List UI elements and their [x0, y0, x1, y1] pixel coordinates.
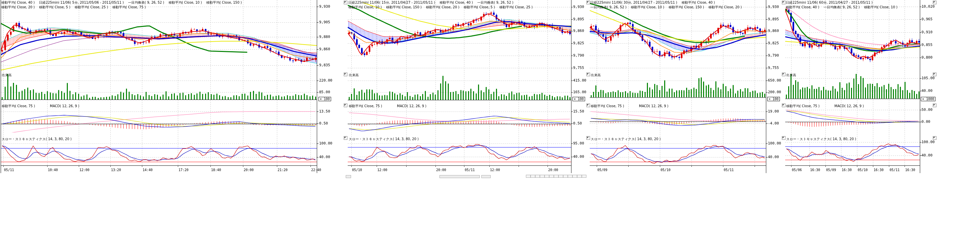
x-axis-label: 16:30 [842, 168, 852, 172]
pane-collapse-icon[interactable] [782, 72, 786, 76]
indicator-label: 移動平均( Close, 10 ) [631, 5, 664, 9]
indicator-label: 移動平均( Close, 10 ) [348, 5, 382, 9]
volume-pane-label: 出来高 [349, 73, 359, 77]
x-axis-label: 05/10 [858, 168, 868, 172]
price-tick-label: 9,825 [573, 41, 584, 45]
pane-collapse-icon[interactable] [586, 1, 590, 4]
pane-collapse-icon[interactable] [782, 1, 786, 4]
x-axis-label: 12:00 [377, 168, 387, 172]
x-axis-label: 16:30 [905, 168, 915, 172]
x-axis-label: 21:20 [278, 168, 288, 172]
x-axis-label: 20:00 [244, 168, 254, 172]
chart-title-label: 日経225mini 11/06( 30分, 2011/04/27 - 2011/… [590, 0, 677, 5]
volume-tick-label: 200.00 [768, 90, 781, 94]
pane-collapse-icon[interactable] [933, 1, 937, 4]
volume-tick-label: 165.00 [573, 90, 586, 94]
stoch-tick-label: 100.00 [768, 141, 781, 146]
price-tick-label: 9,800 [921, 56, 932, 59]
x-axis-label: 16:30 [873, 168, 884, 172]
macd-tick-label: -4.00 [768, 122, 779, 125]
volume-scale-badge: × 1000 [921, 97, 935, 101]
price-tick-label: 9,880 [319, 35, 330, 39]
price-tick-label: 9,930 [768, 5, 779, 9]
stoch-tick-label: 40.00 [768, 155, 779, 159]
macd-label: MACD( 12, 26, 9 ) [639, 104, 668, 108]
chart-title-label: 日経225mini 11/06( 15分, 2011/04/27 - 2011/… [348, 0, 435, 5]
scrollbar-fragment[interactable] [526, 175, 586, 178]
scrollbar-fragment[interactable] [346, 175, 351, 178]
indicator-label: 一目均衡表( 9, 26, 52 ) [590, 5, 627, 9]
pane-collapse-icon[interactable] [782, 104, 786, 107]
x-axis-label: 05/10 [352, 168, 362, 172]
pane-collapse-icon[interactable] [933, 136, 937, 140]
charts-canvas[interactable] [0, 0, 980, 245]
indicator-label: 移動平均( Close, 40 ) [1, 0, 35, 5]
pane-collapse-icon[interactable] [586, 72, 590, 76]
price-tick-label: 9,930 [319, 5, 330, 9]
price-tick-label: 9,825 [768, 41, 779, 45]
scrollbar-fragment[interactable] [439, 175, 480, 178]
volume-tick-label: 85.00 [319, 90, 330, 94]
pane-collapse-icon[interactable] [933, 104, 937, 107]
macd-tick-label: 0.00 [921, 120, 931, 124]
x-axis-label: 13:20 [111, 168, 121, 172]
macd-tick-label: 0.50 [573, 122, 582, 125]
x-axis-label: 05/09 [826, 168, 836, 172]
indicator-label: 移動平均( Close, 20 ) [708, 5, 741, 9]
price-tick-label: 9,755 [573, 66, 584, 70]
x-axis-label: 05/10 [660, 168, 670, 172]
volume-tick-label: 650.00 [768, 78, 781, 83]
macd-ma-label: 移動平均( Close, 75 ) [2, 104, 35, 108]
indicator-label: 一目均衡表( 9, 26, 52 ) [128, 0, 164, 5]
chart-title-label: 日経225mini 11/06( 5分, 2011/05/06 - 2011/0… [39, 0, 124, 5]
x-axis-label: 14:40 [143, 168, 153, 172]
indicator-label: 移動平均( Close, 10 ) [169, 0, 202, 5]
stoch-pane-label: スロー・ストキャスティクス( 14, 3, 80, 20 ) [786, 137, 856, 141]
pane-collapse-icon[interactable] [344, 1, 347, 4]
volume-pane-label: 出来高 [2, 73, 12, 77]
chart-header-row: 移動平均( Close, 20 )移動平均( Close, 5 )移動平均( C… [1, 5, 317, 10]
x-axis-label: 05/09 [597, 168, 607, 172]
price-tick-label: 9,835 [319, 63, 330, 67]
volume-scale-badge: × 100 [573, 97, 585, 101]
pane-collapse-icon[interactable] [344, 72, 347, 76]
stoch-tick-label: 40.00 [319, 155, 330, 159]
price-tick-label: 9,895 [573, 17, 584, 21]
indicator-label: 移動平均( Close, 10 ) [864, 5, 897, 9]
pane-collapse-icon[interactable] [782, 136, 786, 140]
pane-collapse-icon[interactable] [344, 136, 347, 140]
macd-ma-label: 移動平均( Close, 75 ) [591, 104, 624, 108]
pane-collapse-icon[interactable] [586, 104, 590, 107]
price-tick-label: 9,910 [921, 30, 932, 34]
price-tick-label: 9,790 [573, 54, 584, 58]
stoch-tick-label: 40.00 [573, 155, 584, 159]
chart-header-row: 日経225mini 11/06( 30分, 2011/04/27 - 2011/… [590, 0, 765, 5]
pane-collapse-icon[interactable] [344, 104, 347, 107]
x-axis-label: 22:40 [311, 168, 321, 172]
x-axis-label: 17:20 [178, 168, 188, 172]
macd-tick-label: 0.50 [319, 122, 328, 125]
indicator-label: 移動平均( Close, 20 ) [426, 5, 459, 9]
x-axis-label: 05/06 [792, 168, 802, 172]
macd-label: MACD( 12, 26, 9 ) [397, 104, 426, 108]
indicator-label: 一目均衡表( 9, 26, 52 ) [823, 5, 860, 9]
stoch-tick-label: 95.00 [573, 141, 584, 146]
price-tick-label: 10,020 [921, 5, 935, 9]
volume-scale-badge: × 100 [767, 97, 780, 101]
pane-collapse-icon[interactable] [933, 72, 937, 76]
indicator-label: 移動平均( Close, 75 ) [112, 5, 146, 9]
scrollbar-fragment[interactable] [481, 175, 491, 178]
x-axis-label: 16:30 [810, 168, 820, 172]
volume-pane-label: 出来高 [591, 73, 601, 77]
x-axis-label: 12:00 [490, 168, 500, 172]
macd-label: MACD( 12, 26, 9 ) [50, 104, 80, 108]
stoch-pane-label: スロー・ストキャスティクス( 14, 3, 80, 20 ) [349, 137, 418, 141]
pane-collapse-icon[interactable] [586, 136, 590, 140]
price-tick-label: 9,930 [573, 5, 584, 9]
price-tick-label: 9,905 [319, 20, 330, 24]
macd-label: MACD( 12, 26, 9 ) [834, 104, 864, 108]
chart-workspace: 移動平均( Close, 40 )日経225mini 11/06( 5分, 20… [0, 0, 980, 245]
stoch-tick-label: 100.00 [319, 141, 332, 146]
price-tick-label: 9,860 [319, 47, 330, 51]
indicator-label: 移動平均( Close, 40 ) [786, 5, 819, 9]
